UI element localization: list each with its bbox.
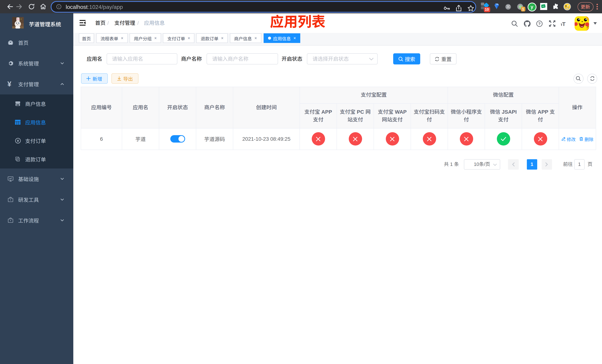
svg-text:?: ? (538, 21, 541, 26)
